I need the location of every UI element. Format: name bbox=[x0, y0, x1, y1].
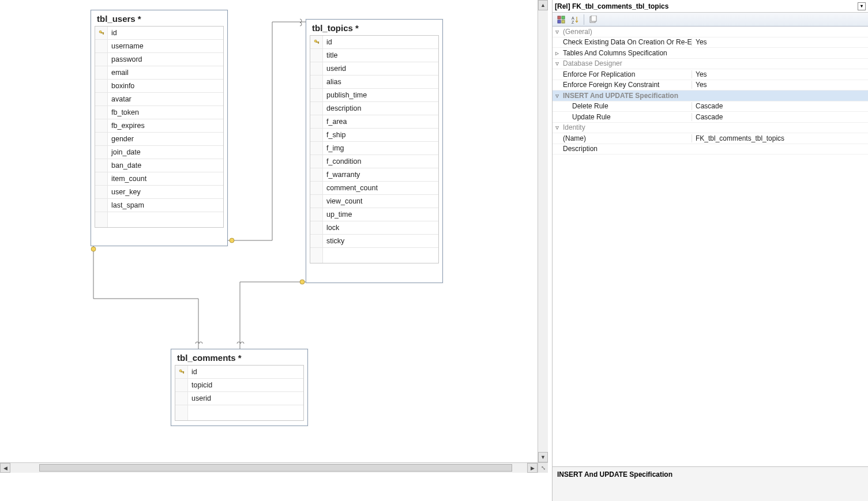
column-row[interactable]: title bbox=[310, 49, 438, 62]
vertical-scrollbar[interactable]: ▲ ▼ bbox=[538, 0, 548, 462]
property-value[interactable]: Cascade bbox=[692, 113, 868, 121]
categorized-view-button[interactable] bbox=[555, 14, 568, 25]
column-row[interactable]: comment_count bbox=[310, 182, 438, 195]
table-tbl_topics[interactable]: tbl_topics *idtitleuseridaliaspublish_ti… bbox=[306, 19, 443, 283]
table-tbl_users[interactable]: tbl_users *idusernamepasswordemailboxinf… bbox=[91, 10, 228, 246]
column-name: f_warranty bbox=[323, 171, 360, 179]
horizontal-scrollbar[interactable]: ◀ ▶ bbox=[0, 462, 538, 473]
svg-text:A: A bbox=[572, 16, 574, 20]
column-row-blank[interactable] bbox=[310, 248, 438, 263]
property-row[interactable]: Check Existing Data On Creation Or Re-En… bbox=[553, 37, 868, 48]
column-row-blank[interactable] bbox=[95, 212, 223, 227]
svg-rect-5 bbox=[103, 33, 103, 35]
table-tbl_comments[interactable]: tbl_comments *idtopiciduserid bbox=[171, 349, 308, 426]
column-row[interactable]: last_spam bbox=[95, 199, 223, 212]
property-label: INSERT And UPDATE Specification bbox=[562, 92, 692, 100]
expand-collapse-icon[interactable]: ▹ bbox=[553, 49, 562, 57]
property-value[interactable]: Yes bbox=[692, 70, 868, 78]
svg-rect-15 bbox=[562, 20, 565, 23]
column-row[interactable]: f_img bbox=[310, 142, 438, 155]
column-row[interactable]: userid bbox=[310, 62, 438, 76]
column-row[interactable]: username bbox=[95, 40, 223, 53]
column-row[interactable]: up_time bbox=[310, 208, 438, 221]
column-row[interactable]: boxinfo bbox=[95, 80, 223, 93]
property-category[interactable]: ▿Identity bbox=[553, 123, 868, 134]
property-category[interactable]: ▿Database Designer bbox=[553, 59, 868, 70]
expand-collapse-icon[interactable]: ▿ bbox=[553, 28, 562, 36]
property-row[interactable]: Enforce Foreign Key ConstraintYes bbox=[553, 80, 868, 91]
column-row[interactable]: alias bbox=[310, 76, 438, 89]
column-row[interactable]: f_warranty bbox=[310, 168, 438, 182]
property-row[interactable]: Delete RuleCascade bbox=[553, 101, 868, 112]
scroll-down-arrow[interactable]: ▼ bbox=[538, 452, 548, 462]
column-row[interactable]: avatar bbox=[95, 93, 223, 106]
property-label: Identity bbox=[562, 123, 692, 131]
column-icon-slot bbox=[95, 133, 108, 145]
column-row[interactable]: id bbox=[95, 27, 223, 40]
column-name: description bbox=[323, 104, 361, 112]
scroll-right-arrow[interactable]: ▶ bbox=[527, 463, 538, 473]
property-value[interactable]: FK_tbl_comments_tbl_topics bbox=[692, 134, 868, 142]
svg-rect-12 bbox=[558, 16, 561, 19]
expand-collapse-icon[interactable]: ▿ bbox=[553, 92, 562, 100]
hscroll-thumb[interactable] bbox=[39, 464, 512, 472]
column-row[interactable]: user_key bbox=[95, 186, 223, 199]
column-icon-slot bbox=[310, 208, 323, 221]
property-category[interactable]: ▿(General) bbox=[553, 27, 868, 37]
column-row[interactable]: userid bbox=[175, 392, 303, 405]
table-title[interactable]: tbl_comments * bbox=[171, 349, 307, 365]
alphabetical-view-button[interactable]: AZ bbox=[569, 14, 581, 25]
column-row[interactable]: fb_expires bbox=[95, 119, 223, 133]
column-row[interactable]: description bbox=[310, 102, 438, 115]
column-name: username bbox=[108, 42, 144, 50]
scroll-up-arrow[interactable]: ▲ bbox=[538, 0, 548, 10]
property-value[interactable]: Yes bbox=[692, 81, 868, 89]
properties-description-pane: INSERT And UPDATE Specification bbox=[553, 466, 868, 501]
column-name: comment_count bbox=[323, 184, 378, 192]
scroll-corner-grip[interactable]: ⤡ bbox=[538, 462, 548, 473]
property-value[interactable]: Cascade bbox=[692, 102, 868, 110]
property-row[interactable]: Update RuleCascade bbox=[553, 112, 868, 123]
column-row[interactable]: gender bbox=[95, 133, 223, 146]
column-row[interactable]: topicid bbox=[175, 379, 303, 392]
column-row[interactable]: lock bbox=[310, 221, 438, 235]
column-row[interactable]: publish_time bbox=[310, 89, 438, 102]
table-title[interactable]: tbl_users * bbox=[91, 10, 227, 26]
property-category[interactable]: ▿INSERT And UPDATE Specification bbox=[553, 91, 868, 101]
properties-dropdown-icon[interactable]: ▾ bbox=[858, 2, 866, 10]
column-row[interactable]: id bbox=[175, 366, 303, 379]
column-row[interactable]: sticky bbox=[310, 235, 438, 248]
column-row[interactable]: f_ship bbox=[310, 129, 438, 142]
property-label: Enforce Foreign Key Constraint bbox=[562, 81, 692, 89]
column-row[interactable]: view_count bbox=[310, 195, 438, 208]
property-row[interactable]: (Name)FK_tbl_comments_tbl_topics bbox=[553, 133, 868, 144]
scroll-left-arrow[interactable]: ◀ bbox=[0, 463, 10, 473]
column-row[interactable]: ban_date bbox=[95, 159, 223, 172]
property-row[interactable]: ▹Tables And Columns Specification bbox=[553, 48, 868, 59]
column-row[interactable]: join_date bbox=[95, 146, 223, 159]
column-icon-slot bbox=[310, 195, 323, 208]
property-row[interactable]: Description bbox=[553, 144, 868, 155]
property-value[interactable]: Yes bbox=[692, 38, 868, 46]
properties-header[interactable]: [Rel] FK_tbl_comments_tbl_topics ▾ bbox=[553, 0, 868, 13]
svg-rect-8 bbox=[318, 43, 318, 44]
column-row[interactable]: f_area bbox=[310, 115, 438, 129]
column-row[interactable]: password bbox=[95, 53, 223, 66]
column-row-blank[interactable] bbox=[175, 405, 303, 420]
expand-collapse-icon[interactable]: ▿ bbox=[553, 123, 562, 131]
column-row[interactable]: email bbox=[95, 66, 223, 80]
table-title[interactable]: tbl_topics * bbox=[306, 20, 442, 35]
column-row[interactable]: f_condition bbox=[310, 155, 438, 168]
expand-collapse-icon[interactable]: ▿ bbox=[553, 59, 562, 67]
column-icon-slot bbox=[310, 182, 323, 194]
property-row[interactable]: Enforce For ReplicationYes bbox=[553, 69, 868, 80]
diagram-canvas[interactable]: tbl_users *idusernamepasswordemailboxinf… bbox=[0, 0, 548, 473]
property-pages-button[interactable] bbox=[587, 14, 599, 25]
column-icon-slot bbox=[95, 212, 108, 227]
column-row[interactable]: id bbox=[310, 36, 438, 49]
properties-grid[interactable]: ▿(General)Check Existing Data On Creatio… bbox=[553, 27, 868, 466]
primary-key-icon bbox=[310, 36, 323, 48]
property-label: Enforce For Replication bbox=[562, 70, 692, 78]
column-row[interactable]: item_count bbox=[95, 172, 223, 186]
column-row[interactable]: fb_token bbox=[95, 106, 223, 119]
